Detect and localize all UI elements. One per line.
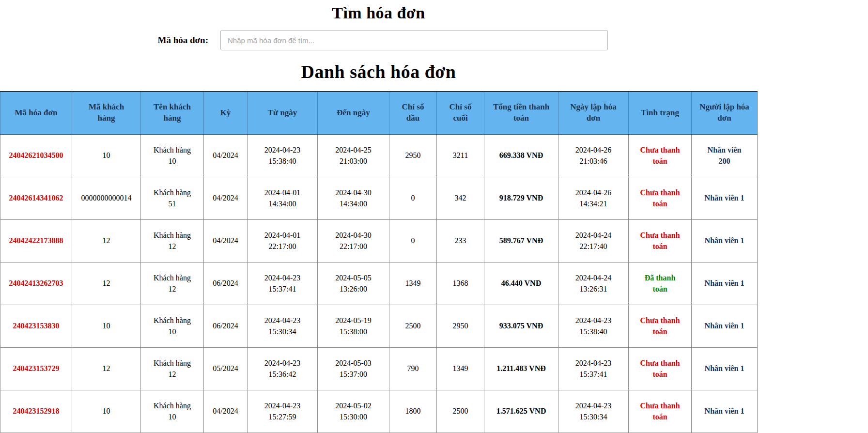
cell-start-index: 2500 xyxy=(389,305,437,347)
cell-end-index: 2500 xyxy=(437,390,484,433)
table-row: 2404241326270312Khách hàng 1206/20242024… xyxy=(0,262,758,305)
cell-invoice-code[interactable]: 240423152918 xyxy=(0,390,72,433)
cell-start-index: 1800 xyxy=(389,390,437,433)
cell-creator: Nhân viên 200 xyxy=(692,134,758,177)
cell-to-date: 2024-04-25 21:03:00 xyxy=(318,134,389,177)
cell-customer-name: Khách hàng 10 xyxy=(141,134,204,177)
cell-end-index: 3211 xyxy=(437,134,484,177)
cell-status: Chưa thanh toán xyxy=(629,305,692,347)
invoice-list-title: Danh sách hóa đơn xyxy=(0,61,757,82)
cell-from-date: 2024-04-01 14:34:00 xyxy=(248,177,318,219)
header-cell: Chỉ số cuối xyxy=(437,92,484,134)
cell-end-index: 1349 xyxy=(437,347,484,390)
cell-period: 04/2024 xyxy=(204,219,248,262)
invoice-code-link[interactable]: 24042621034500 xyxy=(9,151,63,159)
cell-from-date: 2024-04-23 15:38:40 xyxy=(248,134,318,177)
table-row: 24042315383010Khách hàng 1006/20242024-0… xyxy=(0,305,758,347)
cell-end-index: 1368 xyxy=(437,262,484,305)
cell-status: Chưa thanh toán xyxy=(629,134,692,177)
cell-period: 05/2024 xyxy=(204,347,248,390)
cell-start-index: 1349 xyxy=(389,262,437,305)
invoice-code-link[interactable]: 240423153729 xyxy=(13,364,60,372)
cell-total-amount: 589.767 VNĐ xyxy=(484,219,558,262)
cell-customer-name: Khách hàng 12 xyxy=(141,219,204,262)
cell-start-index: 0 xyxy=(389,177,437,219)
table-body: 2404262103450010Khách hàng 1004/20242024… xyxy=(0,134,758,433)
header-cell: Tình trạng xyxy=(629,92,692,134)
cell-invoice-code[interactable]: 24042413262703 xyxy=(0,262,72,305)
cell-customer-code: 12 xyxy=(72,347,141,390)
invoice-code-link[interactable]: 240423152918 xyxy=(13,407,60,415)
cell-total-amount: 669.338 VNĐ xyxy=(484,134,558,177)
cell-from-date: 2024-04-23 15:30:34 xyxy=(248,305,318,347)
cell-total-amount: 1.211.483 VNĐ xyxy=(484,347,558,390)
cell-from-date: 2024-04-23 15:37:41 xyxy=(248,262,318,305)
cell-created-date: 2024-04-26 14:34:21 xyxy=(558,177,629,219)
cell-total-amount: 918.729 VNĐ xyxy=(484,177,558,219)
cell-to-date: 2024-04-30 22:17:00 xyxy=(318,219,389,262)
invoice-code-link[interactable]: 24042413262703 xyxy=(9,279,63,287)
cell-invoice-code[interactable]: 240423153830 xyxy=(0,305,72,347)
header-cell: Từ ngày xyxy=(248,92,318,134)
cell-period: 04/2024 xyxy=(204,134,248,177)
cell-invoice-code[interactable]: 240423153729 xyxy=(0,347,72,390)
cell-invoice-code[interactable]: 24042422173888 xyxy=(0,219,72,262)
table-row: 24042315372912Khách hàng 1205/20242024-0… xyxy=(0,347,758,390)
header-cell: Mã hóa đơn xyxy=(0,92,72,134)
cell-customer-code: 10 xyxy=(72,305,141,347)
cell-created-date: 2024-04-23 15:30:34 xyxy=(558,390,629,433)
invoice-code-link[interactable]: 24042614341062 xyxy=(9,194,63,202)
invoice-code-search-input[interactable] xyxy=(220,30,608,50)
header-cell: Ngày lập hóa đơn xyxy=(558,92,629,134)
cell-creator: Nhân viên 1 xyxy=(692,177,758,219)
table-row: 24042315291810Khách hàng 1004/20242024-0… xyxy=(0,390,758,433)
header-cell: Kỳ xyxy=(204,92,248,134)
header-cell: Đến ngày xyxy=(318,92,389,134)
cell-start-index: 790 xyxy=(389,347,437,390)
header-cell: Chỉ số đầu xyxy=(389,92,437,134)
cell-to-date: 2024-05-05 13:26:00 xyxy=(318,262,389,305)
cell-period: 06/2024 xyxy=(204,262,248,305)
cell-customer-code: 12 xyxy=(72,262,141,305)
invoice-code-link[interactable]: 240423153830 xyxy=(13,322,60,330)
cell-customer-code: 12 xyxy=(72,219,141,262)
cell-start-index: 0 xyxy=(389,219,437,262)
table-row: 2404242217388812Khách hàng 1204/20242024… xyxy=(0,219,758,262)
cell-status: Chưa thanh toán xyxy=(629,347,692,390)
header-cell: Người lập hóa đơn xyxy=(692,92,758,134)
cell-creator: Nhân viên 1 xyxy=(692,262,758,305)
search-section-title: Tìm hóa đơn xyxy=(0,0,757,22)
cell-customer-code: 10 xyxy=(72,134,141,177)
cell-creator: Nhân viên 1 xyxy=(692,347,758,390)
cell-creator: Nhân viên 1 xyxy=(692,219,758,262)
cell-total-amount: 933.075 VNĐ xyxy=(484,305,558,347)
cell-customer-code: 10 xyxy=(72,390,141,433)
cell-invoice-code[interactable]: 24042614341062 xyxy=(0,177,72,219)
cell-to-date: 2024-05-02 15:30:00 xyxy=(318,390,389,433)
search-form: Mã hóa đơn: xyxy=(0,30,757,50)
cell-to-date: 2024-05-19 15:38:00 xyxy=(318,305,389,347)
cell-created-date: 2024-04-23 15:37:41 xyxy=(558,347,629,390)
cell-to-date: 2024-04-30 14:34:00 xyxy=(318,177,389,219)
cell-status: Chưa thanh toán xyxy=(629,390,692,433)
cell-from-date: 2024-04-23 15:27:59 xyxy=(248,390,318,433)
header-cell: Tổng tiền thanh toán xyxy=(484,92,558,134)
cell-end-index: 342 xyxy=(437,177,484,219)
invoice-table: Mã hóa đơnMã khách hàngTên khách hàngKỳT… xyxy=(0,91,758,433)
cell-period: 04/2024 xyxy=(204,177,248,219)
cell-customer-name: Khách hàng 51 xyxy=(141,177,204,219)
cell-status: Chưa thanh toán xyxy=(629,177,692,219)
main-container: Tìm hóa đơn Mã hóa đơn: Danh sách hóa đơ… xyxy=(0,0,757,433)
invoice-code-link[interactable]: 24042422173888 xyxy=(9,236,63,245)
cell-created-date: 2024-04-26 21:03:46 xyxy=(558,134,629,177)
cell-invoice-code[interactable]: 24042621034500 xyxy=(0,134,72,177)
cell-start-index: 2950 xyxy=(389,134,437,177)
cell-period: 06/2024 xyxy=(204,305,248,347)
table-row: 240426143410620000000000014Khách hàng 51… xyxy=(0,177,758,219)
invoice-code-label: Mã hóa đơn: xyxy=(0,35,208,46)
cell-customer-name: Khách hàng 12 xyxy=(141,262,204,305)
cell-customer-code: 0000000000014 xyxy=(72,177,141,219)
header-cell: Mã khách hàng xyxy=(72,92,141,134)
cell-created-date: 2024-04-24 13:26:31 xyxy=(558,262,629,305)
cell-to-date: 2024-05-03 15:37:00 xyxy=(318,347,389,390)
